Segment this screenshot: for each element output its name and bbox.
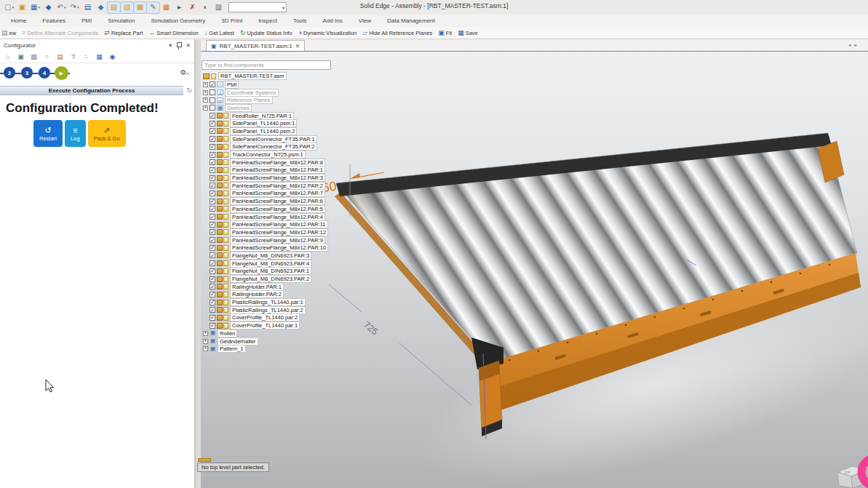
tree-item-label[interactable]: PanHeadScrewFlange_M8x12.PAR:7 <box>230 189 325 197</box>
play-step-button[interactable]: ▶ <box>55 66 68 80</box>
tree-item-label[interactable]: PanHeadScrewFlange_M8x12.PAR:6 <box>230 197 325 205</box>
clipped-command[interactable]: ▤ew <box>1 30 16 36</box>
tree-item[interactable]: + SidePanel_TL1440.psm:1 <box>203 119 332 127</box>
component-search-input[interactable] <box>202 60 331 70</box>
tree-item[interactable]: + ⊥ Coordinate Systems <box>203 89 332 97</box>
tree-item-label[interactable]: CoverProfile_TL1440.par:2 <box>230 313 300 321</box>
tree-item-label[interactable]: PanHeadScrewFlange_M8x12.PAR:5 <box>230 205 325 213</box>
tree-item[interactable]: + ▦ Pattern_1 <box>203 345 332 353</box>
workflow-icon[interactable]: ∴ <box>81 52 92 61</box>
tree-item-label[interactable]: FlangeNut_M8_DIN6923.PAR:1 <box>230 267 311 275</box>
web-icon[interactable]: ◉ <box>107 52 118 61</box>
visibility-checkbox[interactable] <box>210 199 215 204</box>
visibility-checkbox[interactable] <box>210 128 215 134</box>
render-icon[interactable]: ▨ <box>28 52 39 61</box>
tree-item[interactable]: + FeedRoller_N725.PAR:1 <box>203 112 332 120</box>
tree-item[interactable]: + PanHeadScrewFlange_M8x12.PAR:6 <box>203 197 332 205</box>
grid-icon[interactable]: ▦▾ <box>160 2 172 13</box>
folder-icon-2[interactable]: ▨▾ <box>121 2 133 13</box>
update-status-info[interactable]: ↻Update Status Info <box>240 30 292 36</box>
save-icon[interactable]: ▦▾ <box>29 2 41 13</box>
copy-icon[interactable]: ▥▾ <box>212 2 225 13</box>
refresh-icon[interactable]: ↻ <box>186 87 192 94</box>
visibility-checkbox[interactable] <box>210 229 215 235</box>
tree-item[interactable]: + PlasticRailings_TL1440.par:2 <box>203 306 332 314</box>
tree-item-label[interactable]: FlangeNut_M8_DIN6923.PAR:3 <box>230 252 311 260</box>
tree-item-label[interactable]: PanHeadScrewFlange_M8x12.PAR:10 <box>230 244 328 252</box>
visibility-checkbox[interactable] <box>210 175 215 181</box>
tree-item-label[interactable]: PlasticRailings_TL1440.par:2 <box>230 306 306 314</box>
tree-root[interactable]: RBT_MASTER-TEST.asm <box>203 72 332 80</box>
hide-all-reference-planes[interactable]: ▱Hide All Reference Planes <box>362 30 432 36</box>
tree-item-label[interactable]: PlasticRailings_TL1440.par:1 <box>230 298 306 306</box>
visibility-checkbox[interactable] <box>210 222 215 228</box>
tree-item-label[interactable]: PanHeadScrewFlange_M8x12.PAR:12 <box>230 228 328 236</box>
tree-item[interactable]: + PanHeadScrewFlange_M8x12.PAR:9 <box>203 236 332 244</box>
visibility-checkbox[interactable] <box>210 245 215 251</box>
tree-item[interactable]: + SidePanelConnector_FT35.PAR:1 <box>203 135 332 143</box>
tree-item-label[interactable]: SidePanel_TL1440.psm:1 <box>230 119 297 127</box>
expand-icon[interactable]: + <box>203 346 208 351</box>
image-icon[interactable]: ▣ <box>15 52 26 61</box>
tree-item[interactable]: + TrackConnector_N725.psm:1 <box>203 151 332 159</box>
tree-item-label[interactable]: SidePanelConnector_FT35.PAR:2 <box>230 143 317 151</box>
expand-icon[interactable]: + <box>203 82 208 87</box>
visibility-checkbox[interactable] <box>210 191 215 196</box>
visibility-checkbox[interactable] <box>210 183 215 188</box>
tree-item-label[interactable]: SidePanelConnector_FT35.PAR:1 <box>230 135 317 143</box>
step-2[interactable]: 2 <box>4 67 15 79</box>
tree-item-label[interactable]: Reference Planes <box>225 96 273 104</box>
tree-item[interactable]: + PanHeadScrewFlange_M8x12.PAR:11 <box>203 220 332 228</box>
ribbon-tab[interactable]: Simulation <box>100 15 143 27</box>
visibility-checkbox[interactable] <box>210 260 215 266</box>
eye-icon[interactable]: ◐▾ <box>199 2 212 13</box>
tree-item[interactable]: + ▦ Rollen <box>203 329 332 337</box>
tree-item[interactable]: + PanHeadScrewFlange_M8x12.PAR:1 <box>203 167 332 175</box>
ribbon-tab[interactable]: PMI <box>73 15 100 27</box>
import-icon[interactable]: ⌂ <box>2 52 13 61</box>
drag-handle[interactable]: :::::::::: <box>202 52 332 56</box>
tree-item-label[interactable]: PanHeadScrewFlange_M8x12.PAR:2 <box>230 182 325 190</box>
tree-item[interactable]: + CoverProfile_TL1440.par:2 <box>203 314 332 322</box>
quick-access-combobox[interactable]: ▾ <box>228 2 287 12</box>
visibility-checkbox[interactable] <box>210 276 215 282</box>
open-icon[interactable]: ▣▾ <box>16 2 28 13</box>
visibility-checkbox[interactable] <box>210 89 215 95</box>
tree-item-label[interactable]: CoverProfile_TL1440.par:1 <box>230 321 300 329</box>
dynamic-visualization[interactable]: ◑Dynamic Visualization <box>298 30 357 36</box>
tree-item[interactable]: + PanHeadScrewFlange_M8x12.PAR:12 <box>203 228 332 236</box>
ribbon-tab[interactable]: 3D Print <box>213 15 250 27</box>
tree-item-label[interactable]: TrackConnector_N725.psm:1 <box>230 151 306 159</box>
panel-menu-icon[interactable]: ▾ <box>169 42 172 49</box>
folder-icon-3[interactable]: ▩▾ <box>134 2 146 13</box>
tree-item[interactable]: + PlasticRailings_TL1440.par:1 <box>203 298 332 306</box>
ribbon-tab[interactable]: Features <box>34 15 73 27</box>
tree-item[interactable]: + ∴ PMI <box>203 81 332 89</box>
tree-item[interactable]: + PanHeadScrewFlange_M8x12.PAR:3 <box>203 174 332 182</box>
tree-item[interactable]: + RailingHolder.PAR:2 <box>203 291 332 299</box>
ribbon-tab[interactable]: View <box>351 15 379 27</box>
tree-item-label[interactable]: RailingHolder.PAR:1 <box>230 283 284 291</box>
expand-icon[interactable]: + <box>203 331 208 336</box>
pointer-icon[interactable]: ▸▾ <box>173 2 186 13</box>
tree-item[interactable]: + PanHeadScrewFlange_M8x12.PAR:5 <box>203 205 332 213</box>
visibility-checkbox[interactable] <box>210 300 215 305</box>
tree-item[interactable]: + SidePanelConnector_FT35.PAR:2 <box>203 143 332 151</box>
visibility-checkbox[interactable] <box>210 206 215 212</box>
tree-item-label[interactable]: FeedRoller_N725.PAR:1 <box>230 112 294 120</box>
matrix-icon[interactable]: ▦ <box>94 52 105 61</box>
visibility-checkbox[interactable] <box>210 323 215 329</box>
tree-item[interactable]: + ▦ Sketches <box>203 104 332 112</box>
no-select-icon[interactable]: ✗▾ <box>186 2 199 13</box>
ribbon-tab[interactable]: Tools <box>285 15 315 27</box>
tree-item-label[interactable]: PMI <box>225 81 239 89</box>
tree-item-label[interactable]: PanHeadScrewFlange_M8x12.PAR:11 <box>230 220 328 228</box>
search-icon[interactable]: ○ <box>41 52 52 61</box>
redo-icon[interactable]: ↷▾ <box>68 2 81 13</box>
visibility-checkbox[interactable] <box>210 268 215 274</box>
tree-item[interactable]: + FlangeNut_M8_DIN6923.PAR:2 <box>203 275 332 283</box>
define-alternate-components[interactable]: ≡Define Alternate Components <box>22 30 98 36</box>
tree-item-label[interactable]: PanHeadScrewFlange_M8x12.PAR:3 <box>230 174 325 182</box>
tree-item[interactable]: + FlangeNut_M8_DIN6923.PAR:4 <box>203 260 332 268</box>
tab-close-icon[interactable]: ✕ <box>295 43 300 49</box>
